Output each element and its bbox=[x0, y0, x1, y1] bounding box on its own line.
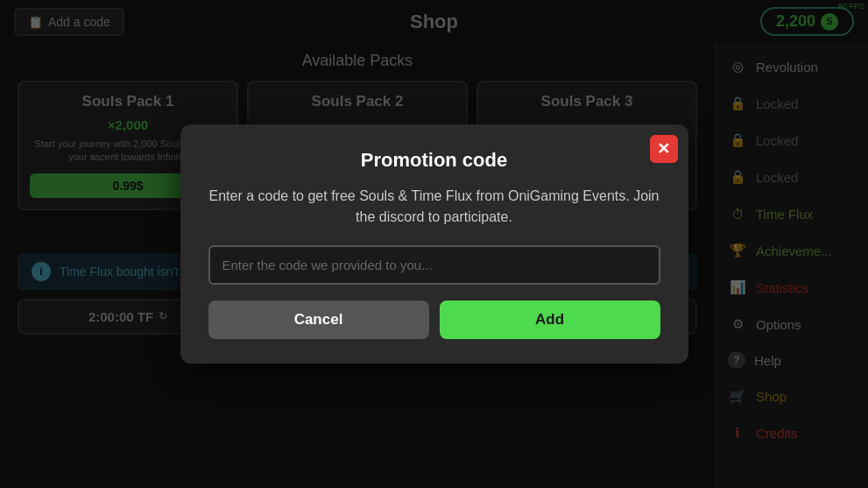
cancel-button[interactable]: Cancel bbox=[208, 301, 429, 339]
modal-description: Enter a code to get free Souls & Time Fl… bbox=[208, 186, 660, 228]
add-button[interactable]: Add bbox=[440, 301, 660, 339]
promotion-code-modal: Promotion code ✕ Enter a code to get fre… bbox=[180, 124, 688, 364]
modal-buttons: Cancel Add bbox=[208, 301, 660, 339]
promo-code-input[interactable] bbox=[208, 245, 660, 285]
modal-close-button[interactable]: ✕ bbox=[650, 135, 678, 163]
modal-overlay: Promotion code ✕ Enter a code to get fre… bbox=[0, 0, 868, 488]
modal-title: Promotion code bbox=[208, 149, 660, 172]
